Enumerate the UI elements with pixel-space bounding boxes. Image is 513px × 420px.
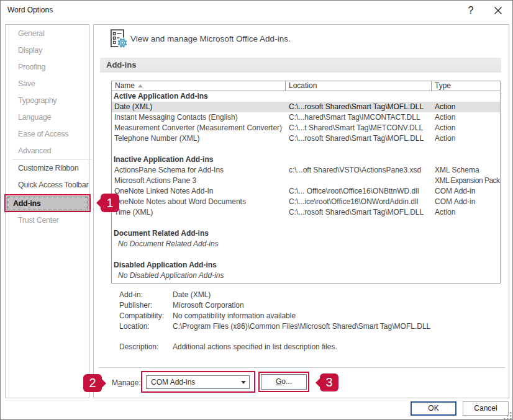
separator xyxy=(99,367,505,368)
add-in-details: Add-in:Date (XML)Publisher:Microsoft Cor… xyxy=(111,290,502,352)
sidebar-item-typography[interactable]: Typography xyxy=(18,92,57,109)
cell-location xyxy=(286,176,432,186)
cell-name: Measurement Converter (Measurement Conve… xyxy=(112,123,286,133)
table-group-header: Inactive Application Add-ins xyxy=(112,154,500,165)
word-options-dialog: Word Options ? GeneralDisplayProofingSav… xyxy=(0,0,513,420)
manage-label: Manage: xyxy=(112,378,141,387)
group-header-label: Active Application Add-ins xyxy=(112,91,286,102)
add-ins-table: NameLocationType Active Application Add-… xyxy=(111,81,501,284)
cell-name: Instant Messaging Contacts (English) xyxy=(112,112,286,123)
table-group-header: Disabled Application Add-ins xyxy=(112,260,500,270)
sidebar-item-trust-center[interactable]: Trust Center xyxy=(18,212,58,228)
cell-name: OneNote Notes about Word Documents xyxy=(112,197,286,207)
column-header-label: Type xyxy=(435,81,451,90)
column-header-label: Location xyxy=(289,81,317,90)
cell-location: C:\...rosoft Shared\Smart Tag\MOFL.DLL xyxy=(286,133,432,144)
cancel-button[interactable]: Cancel xyxy=(463,401,509,416)
sidebar-item-save[interactable]: Save xyxy=(18,76,35,92)
table-row[interactable]: Measurement Converter (Measurement Conve… xyxy=(112,123,500,133)
annotation-badge-2: 2 xyxy=(83,374,102,392)
cell-name: Time (XML) xyxy=(112,207,286,218)
dialog-title: Word Options xyxy=(7,6,53,14)
detail-row: Location:C:\Program Files (x86)\Common F… xyxy=(111,321,502,332)
cell-location: C:\...t Shared\Smart Tag\METCONV.DLL xyxy=(286,123,432,133)
annotation-rect-go xyxy=(258,372,309,392)
table-spacer-row xyxy=(112,144,500,154)
ok-button[interactable]: OK xyxy=(411,401,456,416)
detail-label: Publisher: xyxy=(119,300,152,311)
table-row[interactable]: No Disabled Application Add-ins xyxy=(112,270,500,281)
cell-location: C:\...rosoft Shared\Smart Tag\MOFL.DLL xyxy=(286,207,432,218)
annotation-rect-add-ins xyxy=(4,194,91,212)
group-header-label: Disabled Application Add-ins xyxy=(112,260,286,270)
cell-location: c:\...oft Shared\VSTO\ActionsPane3.xsd xyxy=(286,165,432,176)
cell-type: XML Schema xyxy=(432,165,500,176)
table-row[interactable]: ActionsPane Schema for Add-Insc:\...oft … xyxy=(112,165,500,176)
cell-type: Action xyxy=(432,207,500,218)
title-bar: Word Options ? xyxy=(1,1,512,20)
group-header-label: Document Related Add-ins xyxy=(112,228,286,239)
sidebar-item-proofing[interactable]: Proofing xyxy=(18,59,45,75)
sidebar-item-display[interactable]: Display xyxy=(18,42,42,58)
section-header: Add-ins xyxy=(100,58,501,73)
column-header-name[interactable]: Name xyxy=(112,81,286,91)
table-header: NameLocationType xyxy=(112,81,500,91)
cell-name: ActionsPane Schema for Add-Ins xyxy=(112,165,286,176)
cell-location: C:\...ice\root\Office16\ONWordAddin.dll xyxy=(286,197,432,207)
cell-type: Action xyxy=(432,112,500,123)
cell-location: C:\...hared\Smart Tag\IMCONTACT.DLL xyxy=(286,112,432,123)
detail-row: Description:Additional actions specified… xyxy=(111,342,502,352)
cell-name: Microsoft Actions Pane 3 xyxy=(112,176,286,186)
sidebar-item-advanced[interactable]: Advanced xyxy=(18,143,51,159)
table-group-header: Document Related Add-ins xyxy=(112,228,500,239)
detail-row: Add-in:Date (XML) xyxy=(111,290,502,300)
annotation-arrow-left-icon xyxy=(96,199,101,207)
cell-type: Action xyxy=(432,123,500,133)
sidebar-item-general[interactable]: General xyxy=(18,25,44,42)
detail-value: No compatibility information available xyxy=(173,311,296,321)
detail-value: Date (XML) xyxy=(173,290,211,300)
table-row[interactable]: OneNote Notes about Word DocumentsC:\...… xyxy=(112,197,500,207)
sidebar-item-customize-ribbon[interactable]: Customize Ribbon xyxy=(18,160,78,176)
cell-type: Action xyxy=(432,102,500,112)
sidebar-divider xyxy=(12,159,92,159)
table-group-header: Active Application Add-ins xyxy=(112,91,500,102)
sidebar-item-ease-of-access[interactable]: Ease of Access xyxy=(18,126,68,142)
column-header-location[interactable]: Location xyxy=(286,81,432,91)
sidebar-item-language[interactable]: Language xyxy=(18,109,51,125)
detail-value: C:\Program Files (x86)\Common Files\Micr… xyxy=(173,321,430,332)
column-header-type[interactable]: Type xyxy=(432,81,500,91)
cell-type: COM Add-in xyxy=(432,197,500,207)
table-row[interactable]: OneNote Linked Notes Add-InC:\... Office… xyxy=(112,186,500,197)
group-header-label: Inactive Application Add-ins xyxy=(112,154,286,165)
annotation-rect-dropdown xyxy=(141,371,255,393)
table-row[interactable]: Instant Messaging Contacts (English)C:\.… xyxy=(112,112,500,123)
cell-name: No Document Related Add-ins xyxy=(112,239,286,249)
gear-icon xyxy=(117,37,128,48)
cell-name: Date (XML) xyxy=(112,102,286,112)
table-row[interactable]: Microsoft Actions Pane 3XML Expansion Pa… xyxy=(112,176,500,186)
cell-type: Action xyxy=(432,133,500,144)
sidebar-item-quick-access-toolbar[interactable]: Quick Access Toolbar xyxy=(18,177,88,193)
page-description: View and manage Microsoft Office Add-ins… xyxy=(130,34,291,43)
table-row[interactable]: Telephone Number (XML)C:\...rosoft Share… xyxy=(112,133,500,144)
cell-name: OneNote Linked Notes Add-In xyxy=(112,186,286,197)
table-row[interactable]: Time (XML)C:\...rosoft Shared\Smart Tag\… xyxy=(112,207,500,218)
section-title: Add-ins xyxy=(106,58,136,73)
column-header-label: Name xyxy=(115,81,135,90)
annotation-badge-1: 1 xyxy=(101,194,119,212)
detail-value: Additional actions specified in list des… xyxy=(173,342,337,352)
add-ins-gear-icon xyxy=(111,29,128,51)
table-spacer-row xyxy=(112,249,500,260)
table-row[interactable]: No Document Related Add-ins xyxy=(112,239,500,249)
help-icon[interactable]: ? xyxy=(465,3,476,18)
table-body: Active Application Add-insDate (XML)C:\.… xyxy=(112,91,500,281)
annotation-arrow-left-icon xyxy=(316,378,320,387)
cell-name: Telephone Number (XML) xyxy=(112,133,286,144)
resize-grip-icon[interactable] xyxy=(503,411,513,420)
cell-location: C:\... Office\root\Office16\ONBttnWD.dll xyxy=(286,186,432,197)
close-icon[interactable] xyxy=(493,6,503,16)
table-row[interactable]: Date (XML)C:\...rosoft Shared\Smart Tag\… xyxy=(112,102,500,112)
annotation-badge-3: 3 xyxy=(320,373,338,391)
cell-type: COM Add-in xyxy=(432,186,500,197)
